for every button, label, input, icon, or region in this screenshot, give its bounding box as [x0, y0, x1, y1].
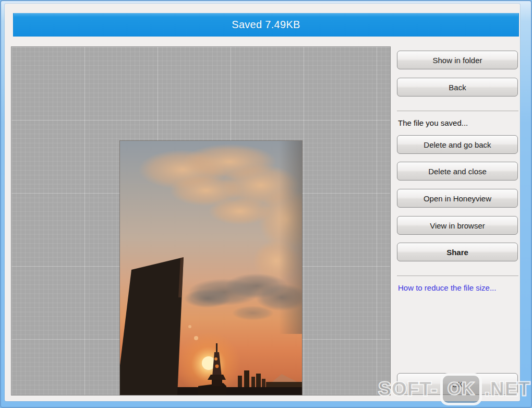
- save-result-dialog: Saved 7.49KB: [0, 0, 532, 408]
- ok-button[interactable]: OK: [397, 373, 518, 395]
- back-button[interactable]: Back: [397, 78, 518, 97]
- open-in-honeyview-button[interactable]: Open in Honeyview: [397, 189, 518, 208]
- preview-image: [120, 141, 302, 395]
- view-in-browser-button[interactable]: View in browser: [397, 216, 518, 235]
- show-in-folder-button[interactable]: Show in folder: [397, 51, 518, 69]
- sunset-photo-graphic: [120, 141, 302, 395]
- share-button[interactable]: Share: [397, 243, 518, 261]
- preview-workspace: [11, 46, 391, 395]
- title-banner: Saved 7.49KB: [13, 13, 519, 37]
- separator-bottom: [397, 275, 518, 277]
- delete-and-go-back-button[interactable]: Delete and go back: [397, 135, 518, 154]
- file-saved-label: The file you saved...: [398, 118, 468, 127]
- delete-and-close-button[interactable]: Delete and close: [397, 162, 518, 181]
- saved-size-text: Saved 7.49KB: [232, 19, 300, 31]
- reduce-file-size-link[interactable]: How to reduce the file size...: [398, 283, 496, 292]
- separator-top: [397, 111, 518, 112]
